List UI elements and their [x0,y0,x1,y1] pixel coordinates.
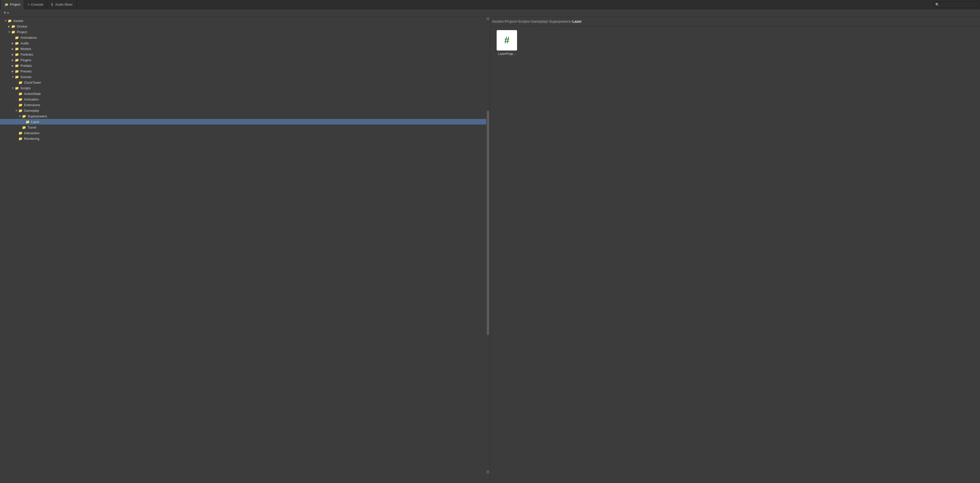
label-interaction: Interaction [24,131,488,135]
bottom-scrollbar[interactable] [0,480,490,483]
tree-item-oculus[interactable]: ▶ 📁 Oculus [0,24,490,29]
label-assets: Assets [13,19,488,23]
folder-icon-oculus: 📁 [11,24,16,28]
tree-item-project[interactable]: ▼ 📁 Project [0,29,490,35]
folder-icon-turret: 📁 [22,126,27,129]
tree-item-presets[interactable]: ▶ 📁 Presets [0,68,490,74]
label-extensions: Extensions [24,103,488,107]
tree-item-interaction[interactable]: 📁 Interaction [0,130,490,136]
folder-icon-scripts: 📁 [15,86,19,90]
label-particles: Particles [21,52,488,56]
left-panel: ▼ 📁 Assets ▶ 📁 Oculus ▼ 📁 Project [0,17,490,483]
label-turret: Turret [27,126,488,129]
label-clocktower: ClockTower [24,81,488,84]
console-tab-icon: ≡ [27,3,29,6]
folder-icon-presets: 📁 [15,69,19,73]
tab-project-label: Project [10,3,20,6]
arrow-scenes: ▼ [11,76,15,78]
label-scenes: Scenes [21,75,488,79]
tree-item-lazer[interactable]: 📁 Lazer [0,119,490,124]
scroll-thumb[interactable] [487,110,489,335]
tab-project[interactable]: 📁 Project [1,0,24,9]
add-dropdown-icon: ▾ [7,11,9,15]
label-animation: Animation [24,97,488,101]
search-input[interactable] [940,3,977,6]
arrow-oculus: ▶ [7,25,11,28]
folder-icon-audio: 📁 [15,41,19,45]
main-content: ▼ 📁 Assets ▶ 📁 Oculus ▼ 📁 Project [0,17,980,483]
arrow-plugins: ▶ [11,59,15,62]
tab-console-label: Console [31,3,43,6]
tree-item-prefabs[interactable]: ▶ 📁 Prefabs [0,63,490,68]
scroll-up-button[interactable]: ▲ [486,17,490,21]
label-project: Project [17,30,488,34]
search-icon: 🔍 [935,3,939,6]
folder-icon-superpowers: 📁 [22,114,27,118]
breadcrumb-bar: Assets ▶ Project ▶ Scripts ▶ Gameplay ▶ … [490,17,980,26]
header-search: 🔍 [933,2,979,8]
add-button[interactable]: + ▾ [2,10,11,16]
tree-container[interactable]: ▼ 📁 Assets ▶ 📁 Oculus ▼ 📁 Project [0,17,490,480]
folder-icon-interaction: 📁 [18,131,23,135]
arrow-audio: ▶ [11,42,15,44]
folder-icon-clocktower: 📁 [18,81,23,84]
label-plugins: Plugins [21,58,488,62]
right-content: # LazerProje... [490,26,980,483]
breadcrumb-lazer[interactable]: Lazer [573,19,582,24]
tab-audio-mixer[interactable]: 🎛 Audio Mixer [47,0,76,9]
breadcrumb-superpowers[interactable]: Superpowers [549,19,570,24]
add-icon: + [3,10,6,16]
toolbar: + ▾ [0,9,980,17]
breadcrumb-gameplay[interactable]: Gameplay [531,19,547,24]
project-tab-icon: 📁 [5,3,8,6]
arrow-particles: ▶ [11,53,15,56]
folder-icon-animation: 📁 [18,97,23,101]
label-scripts: Scripts [21,86,488,90]
scroll-track[interactable] [486,21,490,470]
breadcrumb-assets[interactable]: Assets [492,19,503,24]
label-models: Models [21,47,488,51]
file-name-lazerproject: LazerProje... [498,52,515,56]
folder-icon-prefabs: 📁 [15,64,19,68]
tree-item-scenes[interactable]: ▼ 📁 Scenes [0,74,490,79]
search-container: 🔍 [933,2,979,8]
label-audio: Audio [21,41,488,45]
tree-item-animations[interactable]: 📁 Animations [0,35,490,40]
breadcrumb-scripts[interactable]: Scripts [518,19,529,24]
tree-item-scripts[interactable]: ▼ 📁 Scripts [0,85,490,91]
tree-item-extensions[interactable]: 📁 Extensions [0,102,490,108]
label-presets: Presets [21,69,488,73]
file-item-lazerproject[interactable]: # LazerProje... [494,30,520,56]
tree-item-plugins[interactable]: ▶ 📁 Plugins [0,57,490,63]
tab-bar: 📁 Project ≡ Console 🎛 Audio Mixer 🔍 [0,0,980,9]
tree-item-particles[interactable]: ▶ 📁 Particles [0,52,490,57]
folder-icon-project: 📁 [11,30,16,34]
label-prefabs: Prefabs [21,64,488,68]
tree-item-superpowers[interactable]: ▼ 📁 Superpowers [0,113,490,119]
arrow-presets: ▶ [11,70,15,73]
arrow-prefabs: ▶ [11,64,15,67]
tree-item-audio[interactable]: ▶ 📁 Audio [0,40,490,46]
folder-icon-lazer: 📁 [25,120,30,124]
label-gameplay: Gameplay [24,109,488,113]
file-icon-lazerproject: # [496,30,517,51]
folder-icon-particles: 📁 [15,52,19,56]
arrow-superpowers: ▼ [18,115,22,118]
scroll-down-button[interactable]: ▼ [486,470,490,474]
tree-item-rendering[interactable]: 📁 Rendering [0,136,490,141]
breadcrumb-project[interactable]: Project [505,19,516,24]
right-panel: Assets ▶ Project ▶ Scripts ▶ Gameplay ▶ … [490,17,980,483]
breadcrumb-arrow-2: ▶ [516,20,518,23]
tab-audio-label: Audio Mixer [55,3,73,6]
tree-item-activestate[interactable]: 📁 ActiveState [0,91,490,97]
folder-icon-rendering: 📁 [18,137,23,141]
tree-item-gameplay[interactable]: ▼ 📁 Gameplay [0,108,490,113]
tree-item-models[interactable]: ▶ 📁 Models [0,46,490,52]
tree-item-turret[interactable]: 📁 Turret [0,124,490,130]
tree-item-assets[interactable]: ▼ 📁 Assets [0,18,490,24]
tab-console[interactable]: ≡ Console [24,0,47,9]
vertical-scrollbar[interactable]: ▲ ▼ [486,17,490,474]
tree-item-clocktower[interactable]: 📁 ClockTower [0,79,490,85]
label-rendering: Rendering [24,137,488,141]
tree-item-animation[interactable]: 📁 Animation [0,97,490,102]
